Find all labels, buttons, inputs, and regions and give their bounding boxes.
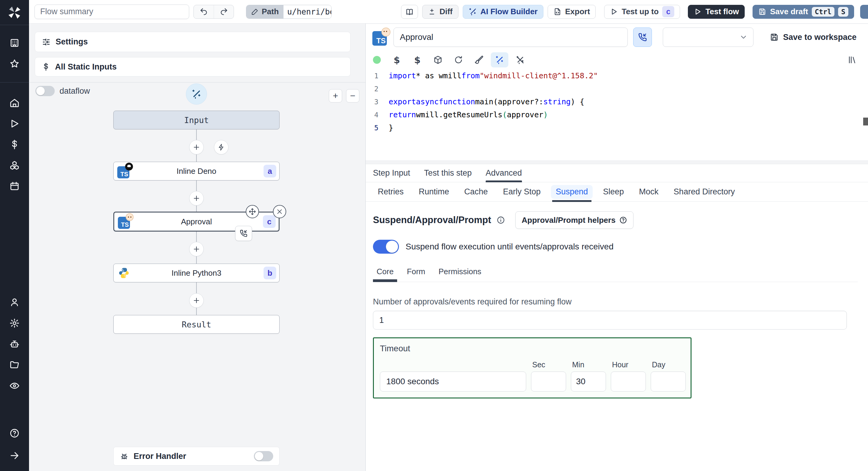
redo-button[interactable] bbox=[214, 5, 234, 19]
info-icon[interactable] bbox=[497, 216, 505, 224]
ai-wand-button[interactable] bbox=[186, 83, 207, 105]
save-to-workspace-button[interactable]: Save to workspace bbox=[770, 33, 857, 42]
help-icon[interactable] bbox=[5, 423, 24, 443]
eye-icon[interactable] bbox=[5, 376, 24, 395]
node-inline-deno[interactable]: TS Inline Deno a bbox=[113, 162, 280, 180]
subtab-suspend[interactable]: Suspend bbox=[551, 185, 593, 199]
path-value[interactable]: u/henri/bes bbox=[283, 5, 331, 19]
tab-test-this-step[interactable]: Test this step bbox=[424, 164, 472, 182]
workers-robot-icon[interactable] bbox=[5, 334, 24, 354]
add-step-button[interactable] bbox=[189, 140, 204, 154]
error-handler-toggle[interactable] bbox=[254, 451, 273, 461]
subtab-sleep[interactable]: Sleep bbox=[598, 185, 629, 199]
export-button[interactable]: Export bbox=[548, 5, 596, 19]
zoom-in-button[interactable]: + bbox=[329, 89, 342, 102]
test-up-to-button[interactable]: Test up to c bbox=[604, 5, 680, 19]
move-icon bbox=[249, 208, 256, 215]
add-step-button[interactable] bbox=[189, 191, 204, 206]
move-step-button[interactable] bbox=[246, 205, 259, 218]
approval-prompt-helpers-button[interactable]: Approval/Prompt helpers bbox=[515, 211, 633, 229]
dataflow-toggle[interactable] bbox=[35, 86, 55, 96]
ai-wand-icon[interactable] bbox=[491, 52, 508, 67]
collapse-arrow-right-icon[interactable] bbox=[5, 446, 24, 465]
undo-button[interactable] bbox=[194, 5, 214, 19]
zoom-out-button[interactable]: − bbox=[346, 89, 359, 102]
add-step-button[interactable] bbox=[189, 242, 204, 256]
gear-icon[interactable] bbox=[5, 314, 24, 333]
timeout-sec-input[interactable] bbox=[531, 372, 566, 391]
subtab-runtime[interactable]: Runtime bbox=[414, 185, 454, 199]
docs-book-button[interactable] bbox=[401, 5, 418, 19]
add-step-button[interactable] bbox=[189, 293, 204, 308]
code-editor[interactable]: 1import * as wmill from "windmill-client… bbox=[366, 69, 868, 160]
zap-icon bbox=[218, 144, 225, 151]
node-inline-python3[interactable]: Inline Python3 b bbox=[113, 264, 280, 282]
timeout-seconds-input[interactable] bbox=[380, 372, 526, 391]
format-brush-icon[interactable] bbox=[470, 52, 488, 67]
editor-scrollbar[interactable] bbox=[863, 118, 868, 125]
tag-select[interactable] bbox=[663, 28, 753, 47]
timeout-day-input[interactable] bbox=[651, 372, 686, 391]
kbd-s: S bbox=[838, 7, 848, 17]
flow-settings-button[interactable]: Settings bbox=[35, 32, 350, 52]
suspend-toggle[interactable] bbox=[373, 240, 399, 254]
add-trigger-button[interactable] bbox=[214, 140, 228, 154]
tab-core[interactable]: Core bbox=[377, 267, 394, 282]
subtab-early-stop[interactable]: Early Stop bbox=[498, 185, 546, 199]
step-id-badge: b bbox=[264, 267, 276, 279]
panel-splitter[interactable] bbox=[366, 160, 868, 164]
windmill-logo[interactable] bbox=[7, 5, 22, 21]
timeout-min-input[interactable] bbox=[571, 372, 606, 391]
plus-icon bbox=[192, 143, 200, 151]
node-input[interactable]: Input bbox=[113, 111, 280, 129]
reload-icon[interactable] bbox=[450, 52, 467, 67]
package-icon[interactable] bbox=[429, 52, 447, 67]
code-line[interactable]: 1import * as wmill from "windmill-client… bbox=[366, 69, 868, 82]
code-line[interactable]: 3export async function main(approver?: s… bbox=[366, 95, 868, 108]
subtab-cache[interactable]: Cache bbox=[459, 185, 493, 199]
subtab-shared-directory[interactable]: Shared Directory bbox=[669, 185, 740, 199]
star-icon[interactable] bbox=[5, 54, 24, 73]
flow-summary-input[interactable] bbox=[34, 4, 189, 19]
error-handler-card[interactable]: Error Handler bbox=[113, 447, 280, 466]
delete-step-button[interactable] bbox=[273, 205, 286, 218]
deploy-button-partial[interactable] bbox=[860, 5, 868, 19]
runs-play-icon[interactable] bbox=[5, 114, 24, 133]
variables-dollar-icon[interactable]: $ bbox=[388, 52, 406, 67]
tab-form[interactable]: Form bbox=[407, 267, 425, 282]
save-draft-button[interactable]: Save draft Ctrl S bbox=[752, 5, 854, 19]
path-button[interactable]: Path bbox=[246, 5, 283, 19]
ai-wand-off-icon[interactable] bbox=[512, 52, 529, 67]
approvals-required-input[interactable] bbox=[373, 311, 847, 329]
test-flow-button[interactable]: Test flow bbox=[688, 5, 745, 19]
diff-button[interactable]: Diff bbox=[422, 5, 458, 19]
code-line[interactable]: 5} bbox=[366, 121, 868, 134]
resources-boxes-icon[interactable] bbox=[5, 156, 24, 175]
typescript-approval-icon: TS bbox=[372, 29, 388, 45]
suspend-phone-button[interactable] bbox=[633, 28, 652, 47]
resources-dollar-icon[interactable]: $ bbox=[409, 52, 426, 67]
variables-dollar-icon[interactable] bbox=[5, 135, 24, 154]
all-static-inputs-button[interactable]: All Static Inputs bbox=[35, 57, 350, 77]
step-name-input[interactable] bbox=[394, 28, 628, 47]
wand-sparkles-icon bbox=[191, 89, 202, 99]
subtab-mock[interactable]: Mock bbox=[634, 185, 663, 199]
folder-icon[interactable] bbox=[5, 355, 24, 375]
subtab-retries[interactable]: Retries bbox=[373, 185, 409, 199]
tab-permissions[interactable]: Permissions bbox=[438, 267, 482, 282]
building-icon[interactable] bbox=[5, 33, 24, 53]
node-result[interactable]: Result bbox=[113, 315, 280, 334]
user-icon[interactable] bbox=[5, 293, 24, 312]
undo-redo-group bbox=[193, 5, 234, 19]
tab-step-input[interactable]: Step Input bbox=[373, 164, 410, 182]
code-line[interactable]: 2 bbox=[366, 82, 868, 95]
timeout-hour-input[interactable] bbox=[611, 372, 646, 391]
schedules-calendar-icon[interactable] bbox=[5, 177, 24, 196]
library-icon[interactable] bbox=[843, 52, 861, 67]
ai-flow-builder-button[interactable]: AI Flow Builder bbox=[463, 5, 544, 19]
pencil-icon bbox=[251, 8, 259, 16]
tab-advanced[interactable]: Advanced bbox=[486, 164, 522, 182]
home-icon[interactable] bbox=[5, 93, 24, 113]
code-line[interactable]: 4 return wmill.getResumeUrls(approver) bbox=[366, 108, 868, 121]
suspend-phone-badge[interactable] bbox=[235, 226, 252, 241]
